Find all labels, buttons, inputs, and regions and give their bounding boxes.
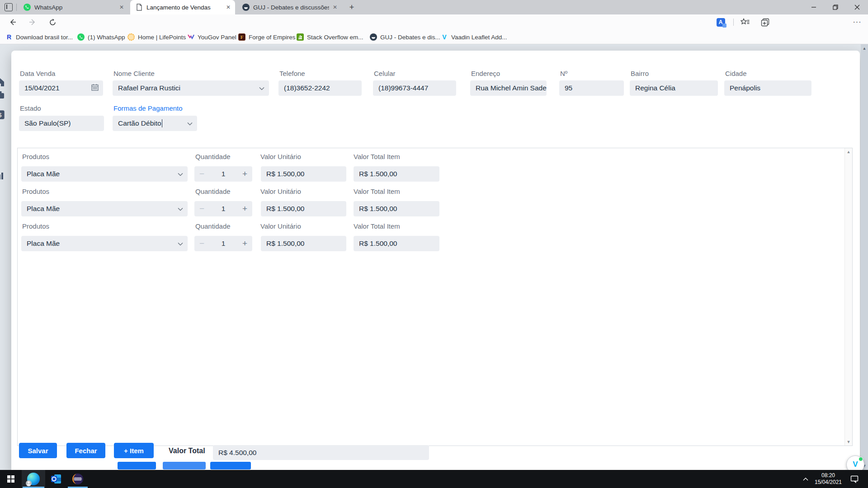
bookmark-label: YouGov Panel xyxy=(198,34,236,41)
bookmark-vaadin[interactable]: VVaadin Leaflet Add... xyxy=(441,30,507,44)
guj-icon xyxy=(242,4,250,11)
col-label: Valor Total Item xyxy=(354,188,400,195)
quantidade-stepper[interactable]: − 1 + xyxy=(194,166,252,182)
collections-icon[interactable] xyxy=(758,14,772,30)
valor-unitario-field[interactable]: R$ 1.500,00 xyxy=(261,201,346,216)
favorites-icon[interactable] xyxy=(738,14,752,30)
tab-title: Lançamento de Vendas xyxy=(146,4,222,11)
bookmark-forge-of-empires[interactable]: FForge of Empires xyxy=(238,30,296,44)
minus-icon[interactable]: − xyxy=(199,239,204,249)
taskbar-edge-button[interactable] xyxy=(22,470,45,488)
field-label: Telefone xyxy=(279,70,305,77)
page-scrollbar[interactable]: ▲ ▼ xyxy=(861,44,868,470)
action-center-button[interactable] xyxy=(846,470,863,488)
numero-field[interactable]: 95 xyxy=(559,80,624,96)
field-label: Nome Cliente xyxy=(113,70,155,77)
chevron-down-icon[interactable] xyxy=(187,119,193,127)
chevron-down-icon[interactable] xyxy=(259,84,264,92)
bar-chart-icon[interactable] xyxy=(0,170,6,181)
fechar-button[interactable]: Fechar xyxy=(66,443,105,458)
minimize-button[interactable] xyxy=(804,0,824,14)
scroll-up-icon[interactable]: ▲ xyxy=(861,46,868,51)
close-icon[interactable]: ✕ xyxy=(119,4,124,10)
minus-icon[interactable]: − xyxy=(199,204,204,214)
produto-select[interactable]: Placa Mãe xyxy=(21,166,188,182)
bookmark-label: Download brasil tor... xyxy=(16,34,73,41)
valor-total-field[interactable]: R$ 4.500,00 xyxy=(213,445,429,460)
valor-total-item-field[interactable]: R$ 1.500,00 xyxy=(354,201,439,216)
taskbar-eclipse-button[interactable] xyxy=(67,470,89,488)
money-tag-icon[interactable]: $ xyxy=(0,108,6,121)
nome-cliente-select[interactable]: Rafael Parra Rustici xyxy=(113,80,269,96)
quantidade-stepper[interactable]: − 1 + xyxy=(194,201,252,216)
col-label: Valor Unitário xyxy=(260,153,301,160)
hidden-button-fragment[interactable] xyxy=(210,462,251,469)
close-icon[interactable]: ✕ xyxy=(226,4,231,10)
close-icon[interactable]: ✕ xyxy=(333,4,337,10)
formas-pagamento-select[interactable]: Cartão Débito xyxy=(113,116,197,131)
bookmarks-bar: RDownload brasil tor... (1) WhatsApp Hom… xyxy=(0,30,868,44)
hidden-button-fragment[interactable] xyxy=(118,462,156,469)
scroll-up-icon[interactable]: ▲ xyxy=(845,150,852,154)
plus-icon[interactable]: + xyxy=(242,204,247,214)
home-icon[interactable] xyxy=(0,77,6,88)
bookmark-stack-overflow[interactable]: Stack Overflow em... xyxy=(297,30,363,44)
chevron-down-icon[interactable] xyxy=(178,170,183,178)
chevron-down-icon[interactable] xyxy=(178,239,183,248)
valor-total-item-field[interactable]: R$ 1.500,00 xyxy=(354,236,439,251)
hidden-button-fragment[interactable] xyxy=(163,462,206,469)
field-label: Estado xyxy=(20,104,41,112)
chevron-down-icon[interactable] xyxy=(178,205,183,213)
calendar-icon[interactable] xyxy=(91,84,99,93)
bookmark-guj[interactable]: GUJ - Debates e dis... xyxy=(370,30,440,44)
tab-actions-icon[interactable] xyxy=(5,3,13,11)
quantidade-stepper[interactable]: − 1 + xyxy=(194,236,252,251)
plus-icon[interactable]: + xyxy=(242,239,247,249)
produto-select[interactable]: Placa Mãe xyxy=(21,236,188,251)
taskbar-clock[interactable]: 08:2015/04/2021 xyxy=(812,470,844,488)
data-venda-field[interactable]: 15/04/2021 xyxy=(19,80,103,96)
back-icon[interactable] xyxy=(5,14,20,30)
quantity-value: 1 xyxy=(222,205,226,213)
sun-icon xyxy=(127,33,135,41)
plus-icon[interactable]: + xyxy=(242,169,247,179)
nav-rail: $ xyxy=(0,44,6,470)
celular-field[interactable]: (18)99673-4447 xyxy=(373,80,456,96)
bookmark-yougov[interactable]: YouGov Panel xyxy=(187,30,236,44)
salvar-button[interactable]: Salvar xyxy=(19,443,57,458)
new-tab-button[interactable]: + xyxy=(345,2,358,13)
valor-total-item-field[interactable]: R$ 1.500,00 xyxy=(354,166,439,182)
start-button[interactable] xyxy=(0,470,22,488)
refresh-icon[interactable] xyxy=(45,14,60,30)
endereco-field[interactable]: Rua Michel Amin Sader xyxy=(470,80,547,96)
bookmark-lifepoints[interactable]: Home | LifePoints xyxy=(127,30,186,44)
estado-field[interactable]: São Paulo(SP) xyxy=(19,116,104,131)
add-item-button[interactable]: + Item xyxy=(114,443,154,458)
tray-expand-button[interactable] xyxy=(800,470,811,488)
maximize-button[interactable] xyxy=(826,0,845,14)
tab-lancamento-de-vendas[interactable]: Lançamento de Vendas ✕ xyxy=(130,0,235,14)
cidade-field[interactable]: Penápolis xyxy=(724,80,811,96)
produto-select[interactable]: Placa Mãe xyxy=(21,201,188,216)
field-label: Bairro xyxy=(631,70,649,77)
bairro-field[interactable]: Regina Célia xyxy=(630,80,718,96)
valor-unitario-field[interactable]: R$ 1.500,00 xyxy=(261,166,346,182)
settings-menu-icon[interactable]: ··· xyxy=(850,14,864,30)
telefone-field[interactable]: (18)3652-2242 xyxy=(278,80,362,96)
field-value: (18)3652-2242 xyxy=(284,84,330,92)
close-window-button[interactable] xyxy=(847,0,867,14)
bookmark-whatsapp[interactable]: (1) WhatsApp xyxy=(77,30,125,44)
bookmark-download-brasil[interactable]: RDownload brasil tor... xyxy=(5,30,73,44)
translate-icon[interactable]: A xyxy=(713,14,728,30)
col-label: Valor Unitário xyxy=(260,188,301,195)
briefcase-icon[interactable] xyxy=(0,89,6,100)
scroll-down-icon[interactable]: ▼ xyxy=(845,440,852,444)
minus-icon[interactable]: − xyxy=(199,169,204,179)
tab-whatsapp[interactable]: WhatsApp ✕ xyxy=(18,0,128,14)
forward-icon[interactable] xyxy=(25,14,40,30)
tab-guj[interactable]: GUJ - Debates e discussões sobr ✕ xyxy=(237,0,342,14)
valor-unitario-field[interactable]: R$ 1.500,00 xyxy=(261,236,346,251)
taskbar-outlook-button[interactable] xyxy=(45,470,67,488)
items-scrollbar[interactable]: ▲ ▼ xyxy=(844,148,852,446)
whatsapp-icon xyxy=(77,33,85,41)
